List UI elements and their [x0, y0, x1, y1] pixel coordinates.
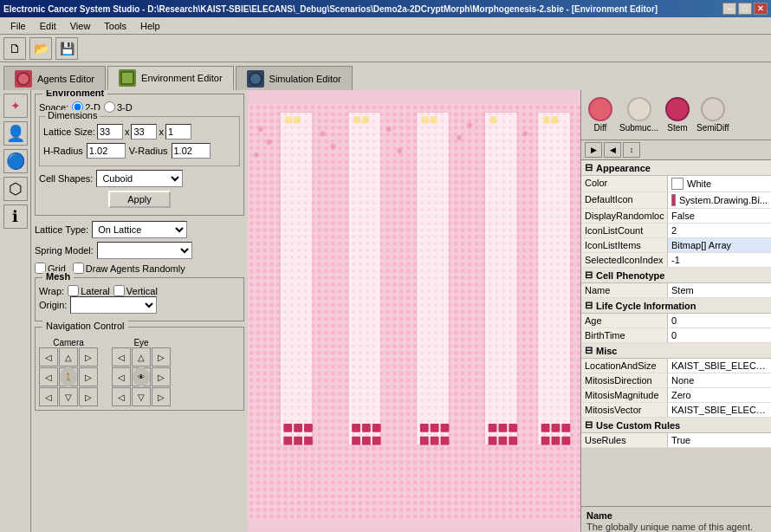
space-3d-label[interactable]: 3-D [104, 101, 133, 113]
lateral-label[interactable]: Lateral [68, 285, 110, 296]
v-radius-input[interactable] [172, 143, 211, 159]
agent-icon-stem[interactable]: Stem [665, 97, 690, 133]
prop-display-random: DisplayRandomloc False [581, 209, 771, 224]
eye-arrows: ◁ △ ▷ ◁ 👁 ▷ ◁ ▽ ▷ [112, 347, 171, 406]
x-divider-2: x [159, 127, 164, 137]
tab-agents-icon [15, 70, 32, 88]
radius-row: H-Radius V-Radius [43, 143, 236, 159]
svg-rect-17 [352, 424, 360, 432]
right-toolbar: ▶ ◀ ↕ [581, 140, 771, 160]
draw-agents-checkbox[interactable] [73, 263, 84, 274]
camera-arrow-sw[interactable]: ◁ [39, 387, 58, 406]
agent-icon-semidiff[interactable]: SemiDiff [696, 97, 729, 133]
svg-rect-39 [294, 437, 302, 445]
appearance-header[interactable]: ⊟ Appearance [581, 160, 771, 176]
eye-arrow-sw[interactable]: ◁ [112, 387, 131, 406]
eye-arrow-s[interactable]: ▽ [132, 387, 151, 406]
toolbar-save[interactable]: 💾 [55, 37, 78, 60]
cell-shapes-select[interactable]: Cuboid Sphere [96, 170, 183, 187]
camera-arrow-ne[interactable]: ▷ [79, 347, 98, 367]
side-icon-3[interactable]: 🔵 [3, 149, 28, 173]
vertical-label[interactable]: Vertical [113, 285, 158, 296]
menu-file[interactable]: File [3, 19, 33, 33]
right-tb-btn-1[interactable]: ▶ [585, 142, 602, 158]
lattice-y-input[interactable] [131, 124, 157, 139]
svg-point-55 [254, 152, 259, 158]
right-tb-btn-2[interactable]: ◀ [604, 142, 621, 158]
camera-arrow-n[interactable]: △ [59, 347, 78, 367]
tab-simulation-editor[interactable]: Simulation Editor [236, 66, 353, 90]
camera-arrow-e[interactable]: ▷ [79, 367, 98, 386]
menu-view[interactable]: View [63, 19, 98, 33]
svg-rect-50 [541, 437, 550, 445]
prop-location-label: LocationAndSize [581, 359, 668, 373]
h-radius-label: H-Radius [43, 146, 83, 156]
side-icon-1[interactable]: ✦ [3, 94, 28, 118]
spring-model-select[interactable] [97, 242, 192, 259]
custom-rules-title: Use Custom Rules [596, 420, 680, 431]
svg-point-56 [321, 131, 326, 136]
svg-rect-47 [489, 437, 497, 445]
camera-arrow-se[interactable]: ▷ [79, 387, 98, 406]
prop-icon-items-name: IconListItems [581, 238, 668, 252]
side-icon-5[interactable]: ℹ [3, 204, 28, 229]
appearance-expand-icon: ⊟ [585, 162, 593, 173]
tab-environment-editor[interactable]: Environment Editor [107, 66, 234, 90]
prop-selected-icon: SelectedIconIndex -1 [581, 253, 771, 268]
camera-arrow-s[interactable]: ▽ [59, 387, 78, 406]
camera-arrow-center[interactable]: 🚶 [59, 367, 78, 386]
agent-icon-diff[interactable]: Diff [588, 97, 612, 133]
agent-icon-submuc[interactable]: Submuc... [619, 97, 658, 133]
space-3d-radio[interactable] [104, 101, 115, 113]
misc-header[interactable]: ⊟ Misc [581, 343, 771, 359]
lifecycle-title: Life Cycle Information [596, 301, 696, 311]
tab-agents-editor[interactable]: Agents Editor [3, 66, 106, 90]
eye-arrow-se[interactable]: ▷ [152, 387, 171, 406]
right-tb-btn-3[interactable]: ↕ [623, 142, 640, 158]
lattice-z-input[interactable] [165, 124, 191, 139]
morphogenesis-canvas: // We'll use pattern fill via CSS instea… [248, 90, 580, 532]
lifecycle-header[interactable]: ⊟ Life Cycle Information [581, 298, 771, 314]
prop-display-random-name: DisplayRandomloc [581, 209, 668, 223]
h-radius-input[interactable] [87, 143, 126, 159]
eye-arrow-ne[interactable]: ▷ [152, 347, 171, 367]
apply-button[interactable]: Apply [108, 191, 171, 208]
camera-arrow-nw[interactable]: ◁ [39, 347, 58, 367]
misc-title: Misc [596, 346, 617, 356]
prop-mitosis-dir-label: MitosisDirection [581, 373, 668, 387]
cell-phenotype-title: Cell Phenotype [596, 270, 664, 281]
prop-icon-count: IconListCount 2 [581, 224, 771, 238]
eye-arrow-w[interactable]: ◁ [112, 367, 131, 386]
lattice-type-row: Lattice Type: On Lattice Off Lattice [35, 221, 244, 238]
eye-arrow-n[interactable]: △ [132, 347, 151, 367]
maximize-button[interactable]: □ [738, 3, 752, 15]
lateral-checkbox[interactable] [68, 285, 79, 296]
camera-arrow-w[interactable]: ◁ [39, 367, 58, 386]
menu-edit[interactable]: Edit [33, 19, 63, 33]
eye-arrow-center[interactable]: 👁 [132, 367, 151, 386]
side-icon-2[interactable]: 👤 [3, 121, 28, 146]
vertical-checkbox[interactable] [113, 285, 125, 296]
menu-tools[interactable]: Tools [97, 19, 133, 33]
side-icon-4[interactable]: ⬡ [3, 177, 28, 201]
eye-arrow-e[interactable]: ▷ [152, 367, 171, 386]
svg-rect-13 [538, 113, 570, 445]
environment-group-title: Environment [42, 90, 107, 98]
svg-rect-43 [373, 437, 381, 445]
lattice-x-input[interactable] [97, 124, 123, 139]
origin-select[interactable] [70, 296, 157, 314]
draw-agents-label[interactable]: Draw Agents Randomly [73, 263, 185, 274]
eye-arrow-nw[interactable]: ◁ [112, 347, 131, 367]
close-button[interactable]: ✕ [754, 3, 768, 15]
cell-phenotype-header[interactable]: ⊟ Cell Phenotype [581, 268, 771, 283]
dimensions-group: Dimensions Lattice Size: x x H-Radius V-… [39, 116, 240, 166]
menu-help[interactable]: Help [133, 19, 167, 33]
prop-icon-items-value[interactable]: Bitmap[] Array [668, 238, 771, 252]
custom-rules-header[interactable]: ⊟ Use Custom Rules [581, 418, 771, 433]
lattice-type-select[interactable]: On Lattice Off Lattice [92, 221, 187, 238]
minimize-button[interactable]: ─ [722, 3, 736, 15]
toolbar-new[interactable]: 🗋 [3, 37, 26, 60]
agent-icons-panel: Diff Submuc... Stem SemiDiff [581, 90, 771, 140]
right-panel: Diff Submuc... Stem SemiDiff ▶ ◀ ↕ [580, 90, 771, 532]
toolbar-open[interactable]: 📂 [29, 37, 52, 60]
